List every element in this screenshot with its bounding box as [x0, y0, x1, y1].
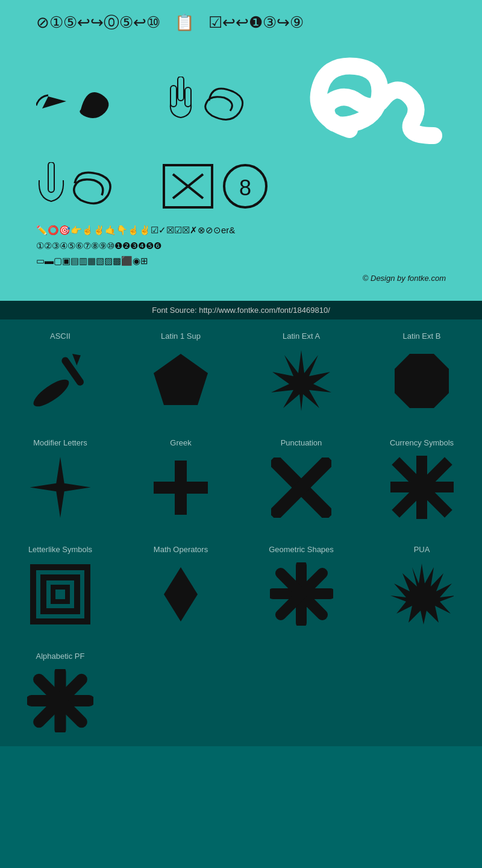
svg-marker-15 — [30, 457, 90, 518]
symbol-group-right: ☑↩↩❶③↪⑨ — [208, 13, 304, 32]
symbol-group-left: ⊘①⑤↩↪⓪⑤↩⑩ — [36, 12, 160, 33]
svg-marker-27 — [164, 567, 198, 621]
glyph-cell-punctuation[interactable]: Punctuation — [241, 426, 362, 533]
svg-rect-17 — [154, 482, 208, 494]
top-section: ⊘①⑤↩↪⓪⑤↩⑩ 📋 ☑↩↩❶③↪⑨ — [0, 0, 482, 301]
large-glyph-center-top — [164, 77, 254, 125]
svg-marker-13 — [271, 350, 331, 411]
glyph-cell-alphabeticpf[interactable]: Alphabetic PF — [0, 640, 120, 746]
glyph-cell-modletters[interactable]: Modifier Letters — [0, 426, 120, 533]
letterlike-icon — [24, 561, 96, 627]
ascii-icon — [24, 348, 96, 414]
top-symbol-row: ⊘①⑤↩↪⓪⑤↩⑩ 📋 ☑↩↩❶③↪⑨ — [36, 12, 446, 33]
credit-line: © Design by fontke.com — [36, 274, 446, 283]
latinexta-icon — [265, 348, 337, 414]
svg-rect-26 — [53, 587, 67, 602]
glyph-cell-pua[interactable]: PUA — [362, 533, 482, 640]
mathops-icon — [145, 561, 217, 627]
font-source-text: Font Source: http://www.fontke.com/font/… — [152, 306, 330, 315]
clipboard-icon: 📋 — [175, 13, 194, 32]
alphabeticpf-icon — [24, 668, 96, 734]
currency-icon — [386, 454, 458, 521]
large-glyph-right-white — [301, 51, 446, 150]
glyph-cell-latinexta[interactable]: Latin Ext A — [241, 319, 362, 426]
greek-icon — [145, 454, 217, 521]
glyph-cell-latin1sup[interactable]: Latin 1 Sup — [120, 319, 241, 426]
symbol-line-1: ✏️⭕🎯👉☝️✌️🤙👇☝✌☑✓☒☑☒✗⊗⊘⊙er& — [36, 222, 446, 238]
svg-marker-12 — [154, 354, 208, 405]
modletters-icon — [24, 454, 96, 521]
glyph-cell-currency[interactable]: Currency Symbols — [362, 426, 482, 533]
glyph-cell-mathops[interactable]: Math Operators — [120, 533, 241, 640]
mathops-label: Math Operators — [154, 545, 208, 554]
svg-marker-32 — [390, 564, 454, 624]
symbol-line-2: ①②③④⑤⑥⑦⑧⑨⑩❶❷❸❹❺❻ — [36, 238, 446, 254]
svg-rect-3 — [48, 162, 54, 192]
font-source-bar: Font Source: http://www.fontke.com/font/… — [0, 301, 482, 319]
large-glyph-left-bottom — [36, 162, 129, 210]
geoshapes-label: Geometric Shapes — [269, 545, 334, 554]
svg-rect-25 — [43, 577, 77, 611]
glyph-cell-letterlike[interactable]: Letterlike Symbols — [0, 533, 120, 640]
svg-rect-0 — [178, 77, 184, 101]
glyph-cell-ascii[interactable]: ASCII — [0, 319, 120, 426]
modletters-label: Modifier Letters — [33, 438, 87, 447]
latinexta-label: Latin Ext A — [283, 332, 320, 341]
svg-rect-1 — [171, 86, 177, 107]
svg-marker-14 — [395, 354, 449, 408]
glyph-cell-greek[interactable]: Greek — [120, 426, 241, 533]
ascii-label: ASCII — [50, 332, 70, 341]
latin1sup-label: Latin 1 Sup — [161, 332, 201, 341]
large-glyph-center-bottom: 8 — [161, 162, 269, 210]
svg-text:8: 8 — [239, 175, 251, 200]
letterlike-label: Letterlike Symbols — [28, 545, 92, 554]
glyph-cell-geoshapes[interactable]: Geometric Shapes — [241, 533, 362, 640]
glyph-grid: ASCII Latin 1 Sup Latin Ex — [0, 319, 482, 746]
geoshapes-icon — [265, 561, 337, 627]
small-symbol-area: ✏️⭕🎯👉☝️✌️🤙👇☝✌☑✓☒☑☒✗⊗⊘⊙er& ①②③④⑤⑥⑦⑧⑨⑩❶❷❸❹… — [36, 222, 446, 269]
punctuation-icon — [265, 454, 337, 521]
latinextb-label: Latin Ext B — [403, 332, 441, 341]
symbol-line-3: ▭▬▢▣▤▥▦▧▨▩⬛◉⊞ — [36, 253, 446, 269]
punctuation-label: Punctuation — [281, 438, 322, 447]
bottom-section: ASCII Latin 1 Sup Latin Ex — [0, 319, 482, 746]
glyph-cell-latinextb[interactable]: Latin Ext B — [362, 319, 482, 426]
greek-label: Greek — [170, 438, 191, 447]
currency-label: Currency Symbols — [390, 438, 454, 447]
pua-label: PUA — [414, 545, 430, 554]
svg-marker-11 — [70, 351, 84, 365]
alphabeticpf-label: Alphabetic PF — [36, 652, 85, 661]
svg-point-9 — [30, 375, 72, 411]
latinextb-icon — [386, 348, 458, 414]
pua-icon — [386, 561, 458, 627]
latin1sup-icon — [145, 348, 217, 414]
svg-rect-2 — [185, 87, 191, 107]
large-glyph-left-top — [36, 80, 117, 122]
